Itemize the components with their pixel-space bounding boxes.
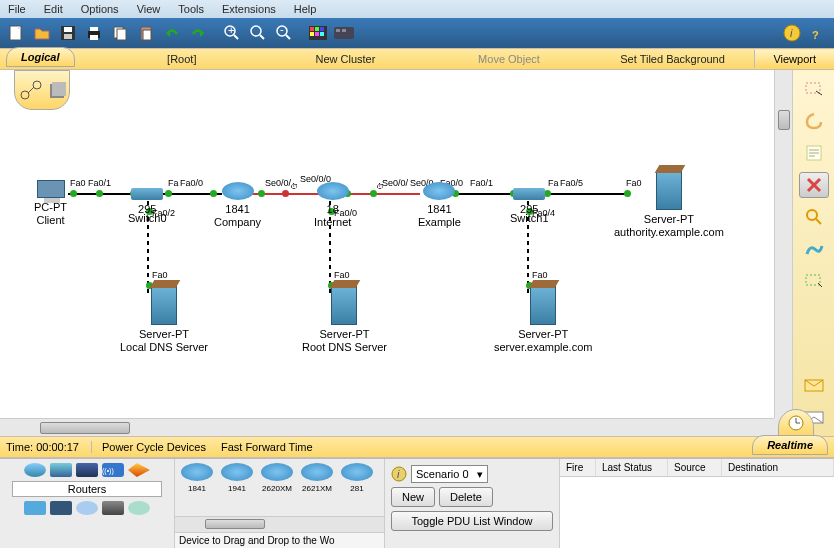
svg-rect-8 <box>117 29 126 40</box>
svg-line-34 <box>28 87 34 93</box>
fast-forward-button[interactable]: Fast Forward Time <box>221 441 313 453</box>
cat-hubs-icon[interactable] <box>76 463 98 477</box>
paste-icon[interactable] <box>134 21 158 45</box>
svg-rect-20 <box>310 27 314 31</box>
custom-device-icon[interactable] <box>332 21 356 45</box>
device-server-rootdns[interactable]: Server-PT Root DNS Server <box>302 285 387 353</box>
device-pc-client[interactable]: PC-PT Client <box>34 180 67 226</box>
server-icon <box>656 170 682 210</box>
power-cycle-button[interactable]: Power Cycle Devices <box>102 441 206 453</box>
menu-file[interactable]: File <box>8 3 26 15</box>
pdu-col-status[interactable]: Last Status <box>596 459 668 476</box>
inspect-tool-icon[interactable] <box>799 204 829 230</box>
svg-rect-6 <box>90 35 98 40</box>
menu-edit[interactable]: Edit <box>44 3 63 15</box>
svg-rect-25 <box>320 32 324 36</box>
port-label: Fa0/0 <box>180 178 203 188</box>
port-label: Fa0/5 <box>560 178 583 188</box>
menu-extensions[interactable]: Extensions <box>222 3 276 15</box>
set-tiled-bg-button[interactable]: Set Tiled Background <box>591 53 755 65</box>
redo-icon[interactable] <box>186 21 210 45</box>
note-tool-icon[interactable] <box>799 140 829 166</box>
new-file-icon[interactable] <box>4 21 28 45</box>
cat-custom-icon[interactable] <box>102 501 124 515</box>
menu-tools[interactable]: Tools <box>178 3 204 15</box>
model-2620xm[interactable]: 2620XM <box>259 463 295 512</box>
device-switch1[interactable]: 295 Switch1 <box>510 188 549 224</box>
model-1941[interactable]: 1941 <box>219 463 255 512</box>
scenario-select[interactable]: Scenario 0 <box>411 465 488 483</box>
model-281[interactable]: 281 <box>339 463 375 512</box>
pdu-col-source[interactable]: Source <box>668 459 722 476</box>
device-router-example[interactable]: 1841 Example <box>418 182 461 228</box>
open-icon[interactable] <box>30 21 54 45</box>
bottom-panel: ((•)) Routers 1841 1941 2620XM 2621XM 28… <box>0 458 834 548</box>
cat-connections-icon[interactable] <box>128 463 150 477</box>
delete-tool-icon[interactable] <box>799 172 829 198</box>
pdu-col-fire[interactable]: Fire <box>560 459 596 476</box>
device-switch0[interactable]: 295 Switch0 <box>128 188 167 224</box>
logical-tab[interactable]: Logical <box>6 47 75 67</box>
svg-point-14 <box>251 26 261 36</box>
horizontal-scrollbar[interactable] <box>0 418 774 436</box>
svg-rect-2 <box>64 27 72 32</box>
cat-multiuser-icon[interactable] <box>128 501 150 515</box>
new-cluster-button[interactable]: New Cluster <box>264 53 428 65</box>
realtime-clock-icon[interactable] <box>778 409 814 437</box>
sim-time-label: Time: 00:00:17 <box>6 441 92 453</box>
help-icon[interactable]: ? <box>806 21 830 45</box>
pdu-list-body[interactable] <box>560 477 834 548</box>
svg-rect-22 <box>320 27 324 31</box>
zoom-out-icon[interactable]: - <box>272 21 296 45</box>
workspace-canvas[interactable]: ⏱ ⏱ Fa0 Fa0/1 Fa Fa0/0 Se0/0/ Se0/0/0 Se… <box>0 70 792 436</box>
model-2621xm[interactable]: 2621XM <box>299 463 335 512</box>
zoom-in-icon[interactable]: + <box>220 21 244 45</box>
move-tool-icon[interactable] <box>799 108 829 134</box>
menu-help[interactable]: Help <box>294 3 317 15</box>
cat-wireless-icon[interactable]: ((•)) <box>102 463 124 477</box>
delete-scenario-button[interactable]: Delete <box>439 487 493 507</box>
viewport-button[interactable]: Viewport <box>754 50 834 68</box>
port-label: Fa0/1 <box>470 178 493 188</box>
router-icon <box>222 182 254 200</box>
info-icon[interactable]: i <box>780 21 804 45</box>
realtime-tab[interactable]: Realtime <box>752 435 828 455</box>
port-label: Fa0 <box>334 270 350 280</box>
realtime-bar: Time: 00:00:17 Power Cycle Devices Fast … <box>0 436 834 458</box>
models-scrollbar[interactable] <box>175 516 384 532</box>
vertical-scrollbar[interactable] <box>774 70 792 418</box>
palette-icon[interactable] <box>306 21 330 45</box>
cat-wan-icon[interactable] <box>76 501 98 515</box>
menu-options[interactable]: Options <box>81 3 119 15</box>
copy-icon[interactable] <box>108 21 132 45</box>
cat-routers-icon[interactable] <box>24 463 46 477</box>
print-icon[interactable] <box>82 21 106 45</box>
device-server-example[interactable]: Server-PT server.example.com <box>494 285 592 353</box>
undo-icon[interactable] <box>160 21 184 45</box>
device-server-authority[interactable]: Server-PT authority.example.com <box>614 170 724 238</box>
cat-end-icon[interactable] <box>24 501 46 515</box>
svg-rect-26 <box>334 27 354 39</box>
device-router-company[interactable]: 1841 Company <box>214 182 261 228</box>
toggle-pdu-button[interactable]: Toggle PDU List Window <box>391 511 553 531</box>
device-router-internet[interactable]: 18 Internet <box>314 182 351 228</box>
pc-icon <box>37 180 65 198</box>
cat-security-icon[interactable] <box>50 501 72 515</box>
cat-switches-icon[interactable] <box>50 463 72 477</box>
menu-view[interactable]: View <box>137 3 161 15</box>
model-1841[interactable]: 1841 <box>179 463 215 512</box>
resize-tool-icon[interactable] <box>799 268 829 294</box>
simple-pdu-icon[interactable] <box>799 372 829 398</box>
root-button[interactable]: [Root] <box>100 53 264 65</box>
device-server-localdns[interactable]: Server-PT Local DNS Server <box>120 285 208 353</box>
select-tool-icon[interactable] <box>799 76 829 102</box>
logical-view-toggle[interactable] <box>14 70 70 110</box>
zoom-reset-icon[interactable] <box>246 21 270 45</box>
device-category-panel: ((•)) Routers <box>0 459 175 548</box>
save-icon[interactable] <box>56 21 80 45</box>
router-icon <box>317 182 349 200</box>
menu-bar: File Edit Options View Tools Extensions … <box>0 0 834 18</box>
draw-tool-icon[interactable] <box>799 236 829 262</box>
pdu-col-dest[interactable]: Destination <box>722 459 834 476</box>
new-scenario-button[interactable]: New <box>391 487 435 507</box>
